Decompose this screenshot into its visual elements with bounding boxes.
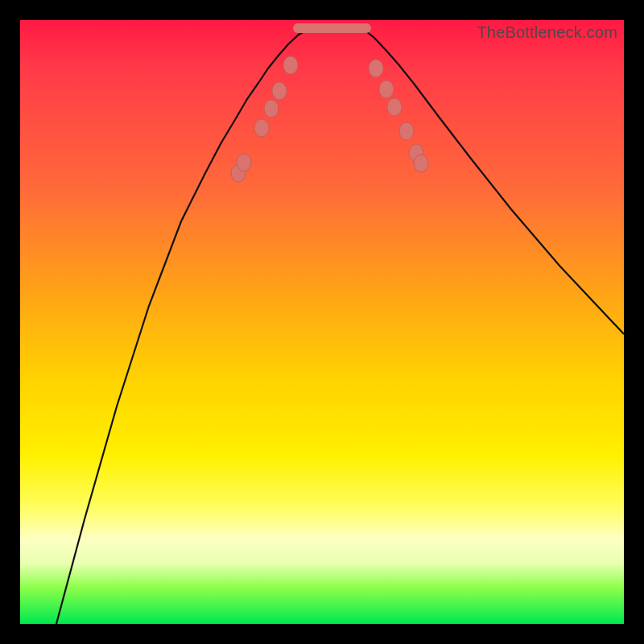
dots-right <box>369 60 428 172</box>
data-point <box>369 60 383 77</box>
chart-frame: TheBottleneck.com <box>0 0 644 644</box>
data-point <box>414 155 428 172</box>
data-point <box>399 122 414 140</box>
data-point <box>237 154 251 171</box>
plot-area: TheBottleneck.com <box>20 20 624 624</box>
curve-layer <box>20 20 624 624</box>
data-point <box>254 119 269 137</box>
data-point <box>272 82 287 100</box>
data-point <box>379 80 394 98</box>
data-point <box>264 100 279 118</box>
data-point <box>387 98 402 116</box>
data-point <box>283 56 298 74</box>
right-curve <box>362 28 624 334</box>
